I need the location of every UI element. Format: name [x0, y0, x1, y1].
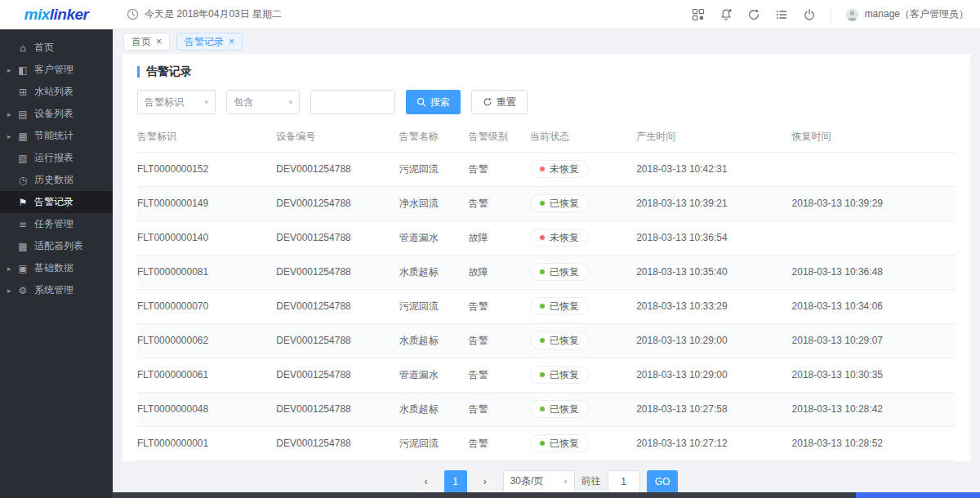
- list-menu-icon[interactable]: [775, 7, 789, 21]
- search-button[interactable]: 搜索: [406, 90, 461, 114]
- status-cell: 未恢复: [530, 152, 636, 186]
- device-id-cell: DEV0001254788: [276, 289, 399, 323]
- sidebar-item-reports[interactable]: ▧ 运行报表: [0, 147, 113, 169]
- status-badge: 已恢复: [530, 194, 589, 212]
- sidebar-item-history[interactable]: ◷ 历史数据: [0, 169, 113, 191]
- sidebar-item-customers[interactable]: ▸ ◧ 客户管理: [0, 59, 113, 81]
- reset-button[interactable]: 重置: [471, 90, 528, 114]
- device-id-cell: DEV0001254788: [276, 323, 399, 358]
- alarm-name-cell: 水质超标: [399, 392, 469, 426]
- energy-icon: ▦: [16, 131, 29, 142]
- status-text: 未恢复: [550, 162, 579, 176]
- prev-page-button[interactable]: [415, 470, 438, 493]
- brand-logo[interactable]: mixlinker: [0, 6, 113, 24]
- sidebar-item-tasks[interactable]: ≡ 任务管理: [0, 213, 113, 235]
- tab-home[interactable]: 首页: [123, 33, 170, 51]
- status-cell: 已恢复: [530, 186, 636, 220]
- table-row[interactable]: FLT0000000149 DEV0001254788 净水回流 告警 已恢复 …: [137, 186, 956, 220]
- apps-grid-icon[interactable]: [692, 7, 706, 21]
- reports-icon: ▧: [16, 153, 29, 164]
- tasks-icon: ≡: [16, 219, 29, 230]
- reset-icon: [483, 97, 492, 107]
- status-cell: 未恢复: [530, 220, 636, 255]
- status-dot-icon: [540, 201, 545, 206]
- status-badge: 已恢复: [530, 400, 589, 418]
- user-menu[interactable]: manage（客户管理员）: [845, 7, 969, 21]
- sidebar-item-home[interactable]: ⌂ 首页: [0, 37, 113, 59]
- created-time-cell: 2018-03-13 10:39:21: [636, 186, 791, 220]
- reset-button-label: 重置: [497, 96, 516, 109]
- alarm-id-cell: FLT0000000140: [137, 220, 276, 255]
- operator-select[interactable]: 包含: [226, 90, 300, 114]
- app-root: mixlinker 今天是 2018年04月03日 星期二: [0, 0, 980, 498]
- sidebar-item-label: 首页: [34, 41, 54, 55]
- keyword-input[interactable]: [310, 90, 395, 114]
- power-icon[interactable]: [803, 7, 817, 21]
- goto-page-input[interactable]: [608, 470, 640, 493]
- alarm-field-select[interactable]: 告警标识: [137, 90, 216, 114]
- device-id-cell: DEV0001254788: [276, 152, 399, 186]
- alarm-id-cell: FLT0000000048: [137, 392, 276, 426]
- pagination: 1 30条/页 前往 GO: [113, 470, 980, 493]
- user-avatar: [845, 7, 859, 21]
- table-row[interactable]: FLT0000000001 DEV0001254788 污泥回流 告警 已恢复 …: [137, 426, 956, 460]
- sidebar-item-stations[interactable]: ⊞ 水站列表: [0, 81, 113, 103]
- page-size-select[interactable]: 30条/页: [503, 470, 575, 493]
- devices-icon: ▤: [16, 109, 29, 120]
- tab-close-icon[interactable]: [156, 37, 162, 47]
- sidebar-item-label: 设备列表: [34, 107, 74, 121]
- table-row[interactable]: FLT0000000140 DEV0001254788 管道漏水 故障 未恢复 …: [137, 220, 956, 255]
- scrollbar-thumb[interactable]: [856, 492, 980, 498]
- table-row[interactable]: FLT0000000048 DEV0001254788 水质超标 告警 已恢复 …: [137, 392, 956, 426]
- alarm-id-cell: FLT0000000081: [137, 255, 276, 289]
- horizontal-scrollbar: [113, 492, 980, 498]
- sidebar-item-basedata[interactable]: ▸ ▣ 基础数据: [0, 257, 113, 279]
- go-button[interactable]: GO: [647, 470, 679, 493]
- sidebar-item-label: 水站列表: [34, 85, 74, 99]
- sidebar-menu: ⌂ 首页 ▸ ◧ 客户管理 ⊞ 水站列表 ▸ ▤ 设备列表 ▸ ▦ 节能统计 ▧…: [0, 29, 113, 301]
- table-row[interactable]: FLT0000000152 DEV0001254788 污泥回流 告警 未恢复 …: [137, 152, 956, 186]
- status-badge: 已恢复: [530, 366, 589, 384]
- sidebar-item-adapters[interactable]: ▩ 适配器列表: [0, 235, 113, 257]
- sidebar-item-label: 任务管理: [34, 217, 74, 231]
- table-row[interactable]: FLT0000000062 DEV0001254788 水质超标 告警 已恢复 …: [137, 323, 956, 358]
- user-name: manage（客户管理员）: [865, 7, 969, 21]
- alarm-level-cell: 故障: [469, 255, 530, 289]
- status-badge: 已恢复: [530, 434, 589, 452]
- tab-alarms[interactable]: 告警记录: [176, 33, 243, 51]
- created-time-cell: 2018-03-13 10:27:12: [636, 426, 791, 460]
- table-body: FLT0000000152 DEV0001254788 污泥回流 告警 未恢复 …: [137, 152, 956, 460]
- notification-bell-icon[interactable]: [719, 7, 733, 21]
- device-id-cell: DEV0001254788: [276, 392, 399, 426]
- sidebar-item-system[interactable]: ▸ ⚙ 系统管理: [0, 279, 113, 301]
- expand-arrow-icon: ▸: [7, 132, 16, 140]
- status-text: 已恢复: [550, 197, 579, 211]
- device-id-cell: DEV0001254788: [276, 358, 399, 392]
- main-content: 首页 告警记录 告警记录 告警标识 包含: [113, 29, 980, 498]
- column-header: 告警标识: [137, 122, 276, 152]
- column-header: 当前状态: [530, 122, 636, 152]
- refresh-icon[interactable]: [747, 7, 761, 21]
- alarm-id-cell: FLT0000000062: [137, 323, 276, 358]
- sidebar-item-energy[interactable]: ▸ ▦ 节能统计: [0, 125, 113, 147]
- tab-close-icon[interactable]: [229, 37, 234, 47]
- alarm-records-card: 告警记录 告警标识 包含 搜索: [122, 54, 970, 461]
- page-number-button[interactable]: 1: [444, 470, 467, 493]
- table-row[interactable]: FLT0000000061 DEV0001254788 管道漏水 告警 已恢复 …: [137, 358, 956, 392]
- sidebar-item-alarms[interactable]: ⚑ 告警记录: [0, 191, 113, 213]
- status-badge: 已恢复: [530, 263, 589, 281]
- table-row[interactable]: FLT0000000081 DEV0001254788 水质超标 故障 已恢复 …: [137, 255, 956, 289]
- next-page-button[interactable]: [474, 470, 497, 493]
- column-header: 告警名称: [399, 122, 469, 152]
- sidebar-item-label: 运行报表: [34, 151, 74, 165]
- recovered-time-cell: 2018-03-13 10:34:06: [792, 289, 956, 323]
- status-dot-icon: [540, 407, 545, 411]
- status-text: 已恢复: [550, 334, 579, 348]
- topbar-divider: [831, 7, 831, 22]
- table-row[interactable]: FLT0000000070 DEV0001254788 污泥回流 告警 已恢复 …: [137, 289, 956, 323]
- column-header: 产生时间: [636, 122, 791, 152]
- alarm-level-cell: 告警: [469, 289, 530, 323]
- created-time-cell: 2018-03-13 10:36:54: [636, 220, 791, 255]
- created-time-cell: 2018-03-13 10:27:58: [636, 392, 791, 426]
- sidebar-item-devices[interactable]: ▸ ▤ 设备列表: [0, 103, 113, 125]
